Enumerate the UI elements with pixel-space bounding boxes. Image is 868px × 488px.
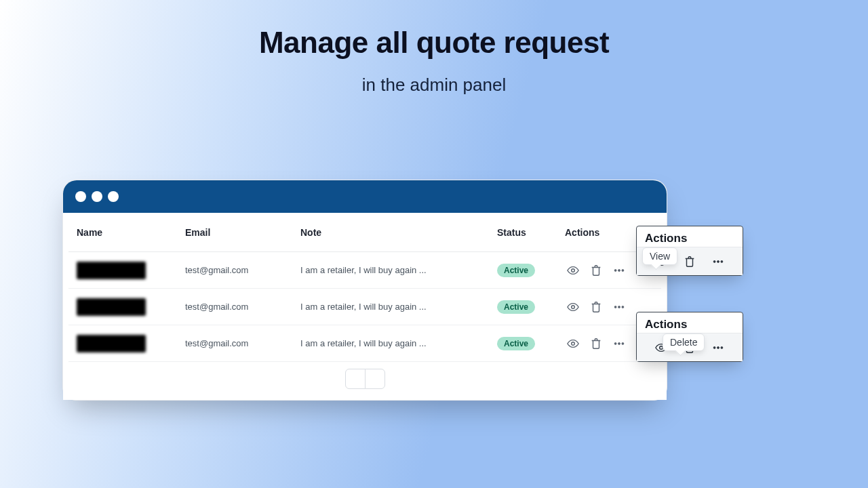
page-subtitle: in the admin panel (0, 75, 868, 96)
col-header-name: Name (77, 227, 185, 238)
more-icon[interactable] (612, 264, 626, 277)
table-header-row: Name Email Note Status Actions (68, 213, 661, 252)
trash-icon[interactable] (589, 264, 603, 277)
eye-icon[interactable] (566, 264, 580, 277)
table-panel: Name Email Note Status Actions test@gmai… (63, 213, 667, 400)
prev-page-button[interactable] (345, 369, 366, 389)
page-title: Manage all quote request (0, 26, 868, 60)
pagination (68, 369, 661, 389)
col-header-actions: Actions (565, 227, 646, 238)
more-icon[interactable] (612, 300, 626, 314)
cell-email: test@gmail.com (185, 338, 300, 348)
window-dot (75, 191, 86, 202)
col-header-email: Email (185, 227, 300, 238)
col-header-status: Status (497, 227, 565, 238)
status-badge: Active (497, 264, 535, 277)
more-icon[interactable] (711, 255, 725, 268)
cell-note: I am a retailer, I will buy again ... (300, 338, 497, 348)
status-badge: Active (497, 300, 535, 314)
col-header-note: Note (300, 227, 497, 238)
trash-icon[interactable] (683, 255, 696, 268)
window-dot (108, 191, 119, 202)
actions-callout-delete: Actions Delete (636, 312, 743, 362)
status-badge: Active (497, 337, 535, 350)
cell-note: I am a retailer, I will buy again ... (300, 265, 497, 275)
name-redacted (77, 262, 146, 279)
app-window: Name Email Note Status Actions test@gmai… (62, 180, 667, 401)
name-redacted (77, 298, 146, 316)
window-dot (92, 191, 102, 202)
actions-callout-view: Actions View (636, 226, 743, 276)
more-icon[interactable] (612, 337, 626, 350)
cell-email: test@gmail.com (185, 265, 300, 275)
name-redacted (77, 335, 146, 352)
trash-icon[interactable] (589, 337, 603, 350)
table-row: test@gmail.com I am a retailer, I will b… (68, 289, 661, 325)
page-headline: Manage all quote request in the admin pa… (0, 0, 868, 96)
next-page-button[interactable] (365, 369, 385, 389)
table-row: test@gmail.com I am a retailer, I will b… (68, 252, 661, 289)
trash-icon[interactable] (589, 300, 603, 314)
callout-title: Actions (637, 312, 743, 333)
callout-title: Actions (637, 226, 743, 247)
eye-icon[interactable] (566, 300, 580, 314)
tooltip-delete: Delete (663, 333, 705, 351)
eye-icon[interactable] (566, 337, 580, 350)
window-titlebar (63, 180, 667, 213)
more-icon[interactable] (711, 341, 725, 354)
cell-note: I am a retailer, I will buy again ... (300, 302, 497, 312)
cell-email: test@gmail.com (185, 302, 300, 312)
table-row: test@gmail.com I am a retailer, I will b… (68, 325, 661, 362)
tooltip-view: View (642, 247, 677, 265)
